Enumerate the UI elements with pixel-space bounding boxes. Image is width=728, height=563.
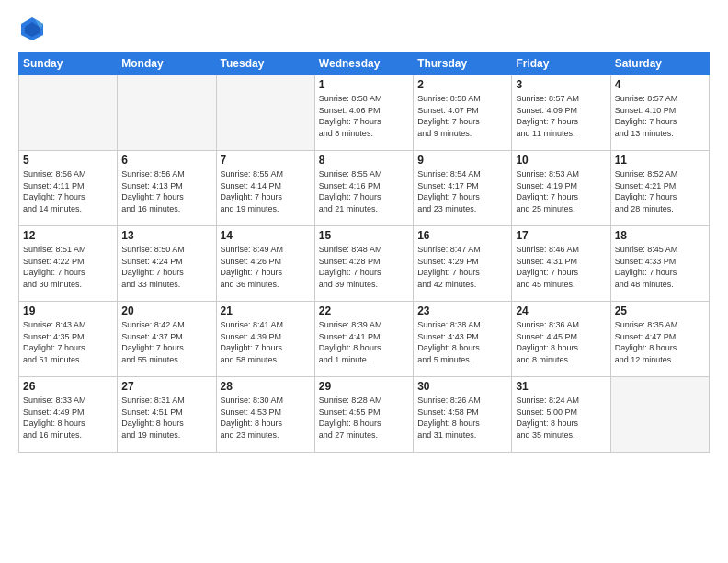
day-number: 14 <box>221 229 311 242</box>
weekday-header-tuesday: Tuesday <box>216 52 314 75</box>
day-info: Sunrise: 8:48 AM Sunset: 4:28 PM Dayligh… <box>319 244 409 290</box>
day-cell: 12Sunrise: 8:51 AM Sunset: 4:22 PM Dayli… <box>19 226 118 302</box>
calendar-table: SundayMondayTuesdayWednesdayThursdayFrid… <box>18 52 710 453</box>
day-number: 6 <box>121 154 211 167</box>
logo-icon <box>18 15 46 42</box>
day-info: Sunrise: 8:33 AM Sunset: 4:49 PM Dayligh… <box>23 395 113 441</box>
day-info: Sunrise: 8:41 AM Sunset: 4:39 PM Dayligh… <box>221 319 311 365</box>
day-info: Sunrise: 8:58 AM Sunset: 4:07 PM Dayligh… <box>417 93 507 139</box>
week-row-5: 26Sunrise: 8:33 AM Sunset: 4:49 PM Dayli… <box>19 377 710 453</box>
day-cell: 13Sunrise: 8:50 AM Sunset: 4:24 PM Dayli… <box>118 226 216 302</box>
day-number: 26 <box>23 380 113 393</box>
day-cell <box>216 75 314 151</box>
day-info: Sunrise: 8:30 AM Sunset: 4:53 PM Dayligh… <box>221 395 311 441</box>
day-info: Sunrise: 8:43 AM Sunset: 4:35 PM Dayligh… <box>23 319 113 365</box>
day-cell: 31Sunrise: 8:24 AM Sunset: 5:00 PM Dayli… <box>512 377 610 453</box>
day-number: 25 <box>615 304 705 317</box>
day-info: Sunrise: 8:42 AM Sunset: 4:37 PM Dayligh… <box>121 319 211 365</box>
day-number: 20 <box>121 304 211 317</box>
day-cell: 8Sunrise: 8:55 AM Sunset: 4:16 PM Daylig… <box>314 151 413 226</box>
day-number: 1 <box>319 78 409 91</box>
day-cell: 27Sunrise: 8:31 AM Sunset: 4:51 PM Dayli… <box>118 377 216 453</box>
week-row-3: 12Sunrise: 8:51 AM Sunset: 4:22 PM Dayli… <box>19 226 710 302</box>
day-number: 30 <box>417 380 507 393</box>
day-number: 17 <box>516 229 606 242</box>
day-cell: 5Sunrise: 8:56 AM Sunset: 4:11 PM Daylig… <box>19 151 118 226</box>
day-info: Sunrise: 8:45 AM Sunset: 4:33 PM Dayligh… <box>615 244 705 290</box>
day-number: 16 <box>417 229 507 242</box>
week-row-4: 19Sunrise: 8:43 AM Sunset: 4:35 PM Dayli… <box>19 302 710 377</box>
day-number: 19 <box>23 304 113 317</box>
day-number: 24 <box>516 304 606 317</box>
day-info: Sunrise: 8:39 AM Sunset: 4:41 PM Dayligh… <box>319 319 409 365</box>
day-cell: 6Sunrise: 8:56 AM Sunset: 4:13 PM Daylig… <box>118 151 216 226</box>
day-cell: 21Sunrise: 8:41 AM Sunset: 4:39 PM Dayli… <box>216 302 314 377</box>
weekday-header-friday: Friday <box>512 52 610 75</box>
day-info: Sunrise: 8:55 AM Sunset: 4:14 PM Dayligh… <box>221 168 311 214</box>
day-info: Sunrise: 8:35 AM Sunset: 4:47 PM Dayligh… <box>615 319 705 365</box>
day-number: 2 <box>417 78 507 91</box>
day-cell: 23Sunrise: 8:38 AM Sunset: 4:43 PM Dayli… <box>414 302 512 377</box>
day-cell: 16Sunrise: 8:47 AM Sunset: 4:29 PM Dayli… <box>414 226 512 302</box>
day-number: 4 <box>615 78 705 91</box>
day-cell: 2Sunrise: 8:58 AM Sunset: 4:07 PM Daylig… <box>414 75 512 151</box>
day-info: Sunrise: 8:57 AM Sunset: 4:09 PM Dayligh… <box>516 93 606 139</box>
day-info: Sunrise: 8:57 AM Sunset: 4:10 PM Dayligh… <box>615 93 705 139</box>
day-cell: 9Sunrise: 8:54 AM Sunset: 4:17 PM Daylig… <box>414 151 512 226</box>
day-info: Sunrise: 8:56 AM Sunset: 4:13 PM Dayligh… <box>121 168 211 214</box>
day-cell: 19Sunrise: 8:43 AM Sunset: 4:35 PM Dayli… <box>19 302 118 377</box>
day-info: Sunrise: 8:54 AM Sunset: 4:17 PM Dayligh… <box>417 168 507 214</box>
weekday-header-sunday: Sunday <box>19 52 118 75</box>
day-info: Sunrise: 8:52 AM Sunset: 4:21 PM Dayligh… <box>615 168 705 214</box>
day-info: Sunrise: 8:56 AM Sunset: 4:11 PM Dayligh… <box>23 168 113 214</box>
day-cell <box>19 75 118 151</box>
day-number: 5 <box>23 154 113 167</box>
day-info: Sunrise: 8:47 AM Sunset: 4:29 PM Dayligh… <box>417 244 507 290</box>
day-info: Sunrise: 8:46 AM Sunset: 4:31 PM Dayligh… <box>516 244 606 290</box>
day-number: 9 <box>417 154 507 167</box>
day-info: Sunrise: 8:38 AM Sunset: 4:43 PM Dayligh… <box>417 319 507 365</box>
day-number: 21 <box>221 304 311 317</box>
day-cell: 7Sunrise: 8:55 AM Sunset: 4:14 PM Daylig… <box>216 151 314 226</box>
day-number: 23 <box>417 304 507 317</box>
weekday-header-saturday: Saturday <box>610 52 709 75</box>
day-cell: 15Sunrise: 8:48 AM Sunset: 4:28 PM Dayli… <box>314 226 413 302</box>
weekday-header-monday: Monday <box>118 52 216 75</box>
day-number: 10 <box>516 154 606 167</box>
day-number: 28 <box>221 380 311 393</box>
header <box>18 15 710 42</box>
week-row-2: 5Sunrise: 8:56 AM Sunset: 4:11 PM Daylig… <box>19 151 710 226</box>
day-info: Sunrise: 8:31 AM Sunset: 4:51 PM Dayligh… <box>121 395 211 441</box>
day-number: 11 <box>615 154 705 167</box>
day-number: 13 <box>121 229 211 242</box>
day-info: Sunrise: 8:36 AM Sunset: 4:45 PM Dayligh… <box>516 319 606 365</box>
day-cell: 29Sunrise: 8:28 AM Sunset: 4:55 PM Dayli… <box>314 377 413 453</box>
day-cell: 10Sunrise: 8:53 AM Sunset: 4:19 PM Dayli… <box>512 151 610 226</box>
day-number: 27 <box>121 380 211 393</box>
day-number: 18 <box>615 229 705 242</box>
logo <box>18 15 50 42</box>
day-cell: 18Sunrise: 8:45 AM Sunset: 4:33 PM Dayli… <box>610 226 709 302</box>
day-cell: 20Sunrise: 8:42 AM Sunset: 4:37 PM Dayli… <box>118 302 216 377</box>
day-cell: 26Sunrise: 8:33 AM Sunset: 4:49 PM Dayli… <box>19 377 118 453</box>
day-number: 8 <box>319 154 409 167</box>
day-cell: 30Sunrise: 8:26 AM Sunset: 4:58 PM Dayli… <box>414 377 512 453</box>
day-info: Sunrise: 8:28 AM Sunset: 4:55 PM Dayligh… <box>319 395 409 441</box>
day-cell: 24Sunrise: 8:36 AM Sunset: 4:45 PM Dayli… <box>512 302 610 377</box>
page: SundayMondayTuesdayWednesdayThursdayFrid… <box>0 0 728 563</box>
day-info: Sunrise: 8:24 AM Sunset: 5:00 PM Dayligh… <box>516 395 606 441</box>
day-number: 29 <box>319 380 409 393</box>
weekday-header-wednesday: Wednesday <box>314 52 413 75</box>
day-cell: 3Sunrise: 8:57 AM Sunset: 4:09 PM Daylig… <box>512 75 610 151</box>
day-info: Sunrise: 8:55 AM Sunset: 4:16 PM Dayligh… <box>319 168 409 214</box>
day-cell: 28Sunrise: 8:30 AM Sunset: 4:53 PM Dayli… <box>216 377 314 453</box>
day-cell <box>610 377 709 453</box>
day-info: Sunrise: 8:53 AM Sunset: 4:19 PM Dayligh… <box>516 168 606 214</box>
day-number: 12 <box>23 229 113 242</box>
day-info: Sunrise: 8:51 AM Sunset: 4:22 PM Dayligh… <box>23 244 113 290</box>
day-cell: 4Sunrise: 8:57 AM Sunset: 4:10 PM Daylig… <box>610 75 709 151</box>
day-cell <box>118 75 216 151</box>
day-cell: 14Sunrise: 8:49 AM Sunset: 4:26 PM Dayli… <box>216 226 314 302</box>
day-info: Sunrise: 8:58 AM Sunset: 4:06 PM Dayligh… <box>319 93 409 139</box>
weekday-header-thursday: Thursday <box>414 52 512 75</box>
